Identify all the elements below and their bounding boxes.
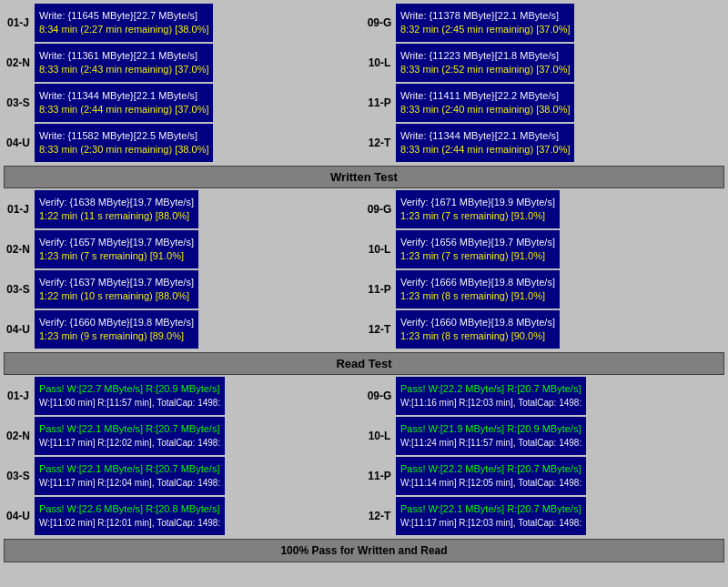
verify-cell-10l: Verify: {1656 MByte}[19.7 MByte/s] 1:23 … [396,230,560,268]
write-section: 01-J Write: {11645 MByte}[22.7 MByte/s] … [4,4,724,162]
pass-label-10l: 10-L [365,417,394,455]
pass-cell-11p: Pass! W:[22.2 MByte/s] R:[20.7 MByte/s] … [396,457,586,495]
verify-10l-line2: 1:23 min (7 s remaining) [91.0%] [400,249,555,263]
verify-row-10l-wrapper: 10-L Verify: {1656 MByte}[19.7 MByte/s] … [365,230,724,268]
verify-03s-line1: Verify: {1637 MByte}[19.7 MByte/s] [39,276,194,289]
pass-cell-04u: Pass! W:[22.6 MByte/s] R:[20.8 MByte/s] … [35,497,225,535]
write-grid: 01-J Write: {11645 MByte}[22.7 MByte/s] … [4,4,724,162]
verify-11p-line2: 1:23 min (8 s remaining) [91.0%] [400,289,555,303]
write-row-10l-wrapper: 10-L Write: {11223 MByte}[21.8 MByte/s] … [365,44,724,82]
verify-02n-line2: 1:23 min (7 s remaining) [91.0%] [39,249,194,263]
write-cell-10l: Write: {11223 MByte}[21.8 MByte/s] 8:33 … [396,44,574,82]
status-bar: 100% Pass for Written and Read [4,539,724,562]
pass-04u-line1: Pass! W:[22.6 MByte/s] R:[20.8 MByte/s] [39,502,220,516]
pass-03s-line2: W:[11:17 min] R:[12:04 min], TotalCap: 1… [39,477,220,490]
main-container: 01-J Write: {11645 MByte}[22.7 MByte/s] … [0,0,728,566]
verify-label-10l: 10-L [365,230,394,268]
label-02n: 02-N [4,44,33,82]
write-11p-line2: 8:33 min (2:40 min remaining) [38.0%] [400,103,570,116]
write-row-01j-wrapper: 01-J Write: {11645 MByte}[22.7 MByte/s] … [4,4,363,42]
pass-row-12t-wrapper: 12-T Pass! W:[22.1 MByte/s] R:[20.7 MByt… [365,497,724,535]
pass-label-09g: 09-G [365,377,394,415]
verify-row-01j-wrapper: 01-J Verify: {1638 MByte}[19.7 MByte/s] … [4,190,363,228]
write-cell-01j: Write: {11645 MByte}[22.7 MByte/s] 8:34 … [35,4,213,42]
label-11p: 11-P [365,84,394,122]
write-row-12t-wrapper: 12-T Write: {11344 MByte}[22.1 MByte/s] … [365,124,724,162]
write-04u-line2: 8:33 min (2:30 min remaining) [38.0%] [39,143,208,157]
write-03s-line2: 8:33 min (2:44 min remaining) [37.0%] [39,103,208,116]
label-03s: 03-S [4,84,33,122]
verify-cell-03s: Verify: {1637 MByte}[19.7 MByte/s] 1:22 … [35,270,198,309]
write-03s-line1: Write: {11344 MByte}[22.1 MByte/s] [39,89,208,103]
verify-04u-line1: Verify: {1660 MByte}[19.8 MByte/s] [39,316,194,329]
write-10l-line2: 8:33 min (2:52 min remaining) [37.0%] [400,63,570,76]
write-01j-line1: Write: {11645 MByte}[22.7 MByte/s] [39,9,208,23]
verify-cell-02n: Verify: {1657 MByte}[19.7 MByte/s] 1:23 … [35,230,198,268]
verify-cell-01j: Verify: {1638 MByte}[19.7 MByte/s] 1:22 … [35,190,198,228]
pass-01j-line2: W:[11:00 min] R:[11:57 min], TotalCap: 1… [39,397,220,410]
pass-row-10l-wrapper: 10-L Pass! W:[21.9 MByte/s] R:[20.9 MByt… [365,417,724,455]
verify-09g-line2: 1:23 min (7 s remaining) [91.0%] [400,209,555,223]
pass-02n-line1: Pass! W:[22.1 MByte/s] R:[20.7 MByte/s] [39,422,220,436]
pass-12t-line2: W:[11:17 min] R:[12:03 min], TotalCap: 1… [400,517,581,530]
verify-12t-line2: 1:23 min (8 s remaining) [90.0%] [400,329,555,343]
written-test-header: Written Test [4,166,724,188]
write-row-03s-wrapper: 03-S Write: {11344 MByte}[22.1 MByte/s] … [4,84,363,122]
verify-01j-line1: Verify: {1638 MByte}[19.7 MByte/s] [39,196,194,209]
pass-11p-line1: Pass! W:[22.2 MByte/s] R:[20.7 MByte/s] [400,462,581,476]
pass-03s-line1: Pass! W:[22.1 MByte/s] R:[20.7 MByte/s] [39,462,220,476]
label-12t: 12-T [365,124,394,162]
verify-label-09g: 09-G [365,190,394,228]
label-10l: 10-L [365,44,394,82]
verify-cell-11p: Verify: {1666 MByte}[19.8 MByte/s] 1:23 … [396,270,560,309]
pass-12t-line1: Pass! W:[22.1 MByte/s] R:[20.7 MByte/s] [400,502,581,516]
pass-04u-line2: W:[11:02 min] R:[12:01 min], TotalCap: 1… [39,517,220,530]
pass-cell-10l: Pass! W:[21.9 MByte/s] R:[20.9 MByte/s] … [396,417,586,455]
write-row-04u-wrapper: 04-U Write: {11582 MByte}[22.5 MByte/s] … [4,124,363,162]
verify-10l-line1: Verify: {1656 MByte}[19.7 MByte/s] [400,236,555,249]
write-01j-line2: 8:34 min (2:27 min remaining) [38.0%] [39,23,208,36]
pass-row-01j-wrapper: 01-J Pass! W:[22.7 MByte/s] R:[20.9 MByt… [4,377,363,415]
pass-label-03s: 03-S [4,457,33,495]
verify-label-03s: 03-S [4,270,33,309]
write-cell-03s: Write: {11344 MByte}[22.1 MByte/s] 8:33 … [35,84,213,122]
pass-label-12t: 12-T [365,497,394,535]
pass-section: 01-J Pass! W:[22.7 MByte/s] R:[20.9 MByt… [4,377,724,535]
verify-01j-line2: 1:22 min (11 s remaining) [88.0%] [39,209,194,223]
label-01j: 01-J [4,4,33,42]
verify-grid: 01-J Verify: {1638 MByte}[19.7 MByte/s] … [4,190,724,349]
pass-10l-line2: W:[11:24 min] R:[11:57 min], TotalCap: 1… [400,437,581,450]
write-10l-line1: Write: {11223 MByte}[21.8 MByte/s] [400,49,570,63]
pass-row-04u-wrapper: 04-U Pass! W:[22.6 MByte/s] R:[20.8 MByt… [4,497,363,535]
label-04u: 04-U [4,124,33,162]
verify-label-02n: 02-N [4,230,33,268]
pass-10l-line1: Pass! W:[21.9 MByte/s] R:[20.9 MByte/s] [400,422,581,436]
pass-label-11p: 11-P [365,457,394,495]
verify-09g-line1: Verify: {1671 MByte}[19.9 MByte/s] [400,196,555,209]
pass-row-09g-wrapper: 09-G Pass! W:[22.2 MByte/s] R:[20.7 MByt… [365,377,724,415]
verify-label-04u: 04-U [4,310,33,349]
pass-cell-03s: Pass! W:[22.1 MByte/s] R:[20.7 MByte/s] … [35,457,225,495]
pass-11p-line2: W:[11:14 min] R:[12:05 min], TotalCap: 1… [400,477,581,490]
write-02n-line1: Write: {11361 MByte}[22.1 MByte/s] [39,49,208,63]
write-11p-line1: Write: {11411 MByte}[22.2 MByte/s] [400,89,570,103]
verify-row-04u-wrapper: 04-U Verify: {1660 MByte}[19.8 MByte/s] … [4,310,363,349]
write-09g-line1: Write: {11378 MByte}[22.1 MByte/s] [400,9,570,23]
verify-12t-line1: Verify: {1660 MByte}[19.8 MByte/s] [400,316,555,329]
write-04u-line1: Write: {11582 MByte}[22.5 MByte/s] [39,129,208,143]
write-row-09g-wrapper: 09-G Write: {11378 MByte}[22.1 MByte/s] … [365,4,724,42]
pass-cell-01j: Pass! W:[22.7 MByte/s] R:[20.9 MByte/s] … [35,377,225,415]
verify-row-11p-wrapper: 11-P Verify: {1666 MByte}[19.8 MByte/s] … [365,270,724,309]
write-cell-12t: Write: {11344 MByte}[22.1 MByte/s] 8:33 … [396,124,574,162]
write-row-02n-wrapper: 02-N Write: {11361 MByte}[22.1 MByte/s] … [4,44,363,82]
write-cell-04u: Write: {11582 MByte}[22.5 MByte/s] 8:33 … [35,124,213,162]
pass-cell-09g: Pass! W:[22.2 MByte/s] R:[20.7 MByte/s] … [396,377,586,415]
pass-row-03s-wrapper: 03-S Pass! W:[22.1 MByte/s] R:[20.7 MByt… [4,457,363,495]
pass-cell-02n: Pass! W:[22.1 MByte/s] R:[20.7 MByte/s] … [35,417,225,455]
verify-row-03s-wrapper: 03-S Verify: {1637 MByte}[19.7 MByte/s] … [4,270,363,309]
verify-cell-12t: Verify: {1660 MByte}[19.8 MByte/s] 1:23 … [396,310,560,349]
write-12t-line1: Write: {11344 MByte}[22.1 MByte/s] [400,129,570,143]
label-09g: 09-G [365,4,394,42]
read-test-header: Read Test [4,352,724,375]
pass-cell-12t: Pass! W:[22.1 MByte/s] R:[20.7 MByte/s] … [396,497,586,535]
